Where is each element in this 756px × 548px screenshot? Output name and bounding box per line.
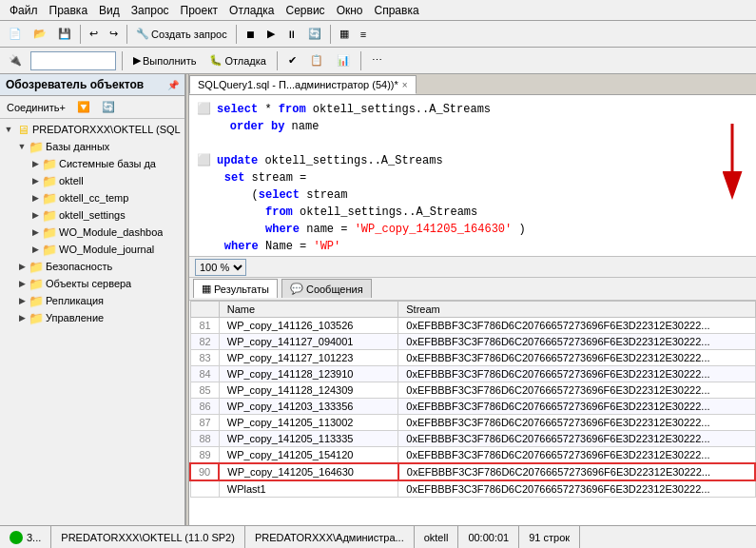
sql-line-blank — [197, 135, 748, 152]
tree-server-objects[interactable]: ▶ 📁 Объекты сервера — [15, 275, 183, 292]
sidebar-filter-btn[interactable]: 🔽 — [72, 98, 95, 116]
tree-sysdb[interactable]: ▶ 📁 Системные базы да — [29, 155, 183, 172]
cell-name: WPlast1 — [219, 480, 398, 498]
col-num — [190, 302, 219, 318]
tree-children-server: ▼ 📁 Базы данных ▶ 📁 Системные базы да ▶ … — [2, 138, 183, 326]
cell-name: WP_copy_141205_113002 — [219, 415, 398, 431]
connect-db-btn[interactable]: 🔌 — [4, 51, 27, 69]
table-row[interactable]: 90 WP_copy_141205_164630 0xEFBBBF3C3F786… — [190, 463, 755, 480]
management-icon: 📁 — [29, 310, 44, 325]
status-ok-icon — [10, 531, 23, 544]
cell-stream: 0xEFBBBF3C3F786D6C20766657273696F6E3D223… — [398, 399, 755, 415]
toggle-btn[interactable]: ⏸ — [281, 26, 301, 43]
undo-btn[interactable]: ↩ — [85, 25, 103, 43]
debug-btn[interactable]: 🐛 Отладка — [204, 51, 270, 69]
cell-num: 85 — [190, 382, 219, 399]
sep7 — [360, 51, 361, 70]
menu-query[interactable]: Запрос — [126, 2, 175, 19]
cell-stream: 0xEFBBBF3C3F786D6C20766657273696F6E3D223… — [398, 415, 755, 431]
results-panel: ▦ Результаты 💬 Сообщения Name Stream — [189, 278, 756, 525]
menu-window[interactable]: Окно — [331, 2, 369, 19]
sysdb-label: Системные базы да — [59, 158, 156, 169]
open-btn[interactable]: 📂 — [29, 25, 51, 43]
db-selector[interactable]: oktell — [30, 51, 116, 70]
more-btn[interactable]: ⋯ — [367, 51, 387, 69]
col-stream: Stream — [398, 302, 755, 318]
table-row[interactable]: 86 WP_copy_141203_133356 0xEFBBBF3C3F786… — [190, 399, 755, 415]
menu-debug[interactable]: Отладка — [223, 2, 280, 19]
tree-replication[interactable]: ▶ 📁 Репликация — [15, 292, 183, 309]
table-row[interactable]: 84 WP_copy_141128_123910 0xEFBBBF3C3F786… — [190, 366, 755, 382]
menu-service[interactable]: Сервис — [281, 2, 331, 19]
save-btn[interactable]: 💾 — [53, 25, 76, 43]
plan-btn[interactable]: 📊 — [332, 51, 355, 69]
table-row[interactable]: 87 WP_copy_141205_113002 0xEFBBBF3C3F786… — [190, 415, 755, 431]
tree-oktell[interactable]: ▶ 📁 oktell — [29, 172, 183, 189]
cell-num: 86 — [190, 399, 219, 415]
tree-oktell-settings[interactable]: ▶ 📁 oktell_settings — [29, 206, 183, 224]
results-table: Name Stream 81 WP_copy_141126_103526 0xE… — [189, 301, 756, 498]
query-tab-label: SQLQuery1.sql - П...администратор (54))* — [198, 79, 398, 90]
cell-name: WP_copy_141126_103526 — [219, 318, 398, 334]
table-row[interactable]: 89 WP_copy_141205_154120 0xEFBBBF3C3F786… — [190, 447, 755, 464]
new-btn[interactable]: 📄 — [4, 25, 27, 43]
create-query-btn[interactable]: 🔧 Создать запрос — [131, 25, 232, 43]
table-row[interactable]: 83 WP_copy_141127_101223 0xEFBBBF3C3F786… — [190, 350, 755, 366]
query-tab[interactable]: SQLQuery1.sql - П...администратор (54))*… — [189, 75, 417, 94]
toolbar-db: 🔌 oktell ▶ Выполнить 🐛 Отладка ✔ 📋 📊 ⋯ — [0, 48, 756, 74]
status-db: oktell — [424, 532, 449, 543]
sql-editor[interactable]: ⬜ select * from oktell_settings..A_Strea… — [189, 95, 756, 257]
sidebar-refresh-btn[interactable]: 🔄 — [97, 98, 120, 116]
tree-oktell-cc[interactable]: ▶ 📁 oktell_cc_temp — [29, 189, 183, 206]
stop-btn[interactable]: ⏹ — [241, 26, 261, 43]
menu-project[interactable]: Проект — [175, 2, 224, 19]
query-tab-close[interactable]: × — [402, 80, 408, 90]
menu-file[interactable]: Файл — [4, 2, 44, 19]
sql-line-5: set stream = — [197, 169, 748, 186]
zoom-select[interactable]: 100 % — [195, 259, 246, 276]
table-row[interactable]: 81 WP_copy_141126_103526 0xEFBBBF3C3F786… — [190, 318, 755, 334]
results-tab-results[interactable]: ▦ Результаты — [193, 279, 278, 298]
step-btn[interactable]: ▶ — [262, 25, 280, 43]
check-btn[interactable]: ✔ — [283, 51, 301, 69]
table-row[interactable]: WPlast1 0xEFBBBF3C3F786D6C20766657273696… — [190, 480, 755, 498]
toolbar-main: 📄 📂 💾 ↩ ↪ 🔧 Создать запрос ⏹ ▶ ⏸ 🔄 ▦ ≡ — [0, 21, 756, 48]
sep4 — [330, 25, 331, 44]
cell-stream: 0xEFBBBF3C3F786D6C20766657273696F6E3D223… — [398, 447, 755, 464]
results-table-wrap[interactable]: Name Stream 81 WP_copy_141126_103526 0xE… — [189, 301, 756, 525]
refresh-btn[interactable]: 🔄 — [303, 25, 326, 43]
security-icon: 📁 — [29, 259, 44, 274]
sep1 — [80, 25, 81, 44]
table-row[interactable]: 88 WP_copy_141205_113335 0xEFBBBF3C3F786… — [190, 431, 755, 447]
redo-btn[interactable]: ↪ — [105, 25, 123, 43]
menu-bar: Файл Правка Вид Запрос Проект Отладка Се… — [0, 0, 756, 21]
cell-name: WP_copy_141128_124309 — [219, 382, 398, 399]
table-row[interactable]: 82 WP_copy_141127_094001 0xEFBBBF3C3F786… — [190, 334, 755, 350]
grid-btn[interactable]: ▦ — [335, 25, 354, 43]
execute-btn[interactable]: ▶ Выполнить — [128, 51, 201, 69]
text-btn[interactable]: ≡ — [356, 26, 371, 43]
security-label: Безопасность — [46, 261, 112, 272]
cell-name: WP_copy_141205_154120 — [219, 447, 398, 464]
cell-num: 90 — [190, 463, 219, 480]
sidebar-connect-btn[interactable]: Соединить+ — [2, 99, 70, 116]
table-row[interactable]: 85 WP_copy_141128_124309 0xEFBBBF3C3F786… — [190, 382, 755, 399]
tree-wo-journal[interactable]: ▶ 📁 WO_Module_journal — [29, 241, 183, 258]
results-tab-messages[interactable]: 💬 Сообщения — [281, 279, 372, 298]
menu-edit[interactable]: Правка — [44, 2, 94, 19]
status-server: PREDATORXXX\OKTELL (11.0 SP2) — [61, 532, 235, 543]
tree-server[interactable]: ▼ 🖥 PREDATORXXX\OKTELL (SQL — [2, 121, 183, 138]
oktell-cc-icon: 📁 — [42, 190, 57, 206]
cell-stream: 0xEFBBBF3C3F786D6C20766657273696F6E3D223… — [398, 334, 755, 350]
status-user-segment: PREDATORXXX\Администра... — [245, 526, 415, 548]
replication-label: Репликация — [46, 295, 104, 306]
tree-management[interactable]: ▶ 📁 Управление — [15, 309, 183, 326]
wo-dashboard-icon: 📁 — [42, 225, 57, 240]
menu-help[interactable]: Справка — [369, 2, 425, 19]
menu-view[interactable]: Вид — [93, 2, 126, 19]
parse-btn[interactable]: 📋 — [305, 51, 328, 69]
tree-databases[interactable]: ▼ 📁 Базы данных — [15, 138, 183, 155]
tree-wo-dashboard[interactable]: ▶ 📁 WO_Module_dashboa — [29, 224, 183, 241]
tree-security[interactable]: ▶ 📁 Безопасность — [15, 258, 183, 275]
t2: ▶ — [29, 176, 42, 186]
